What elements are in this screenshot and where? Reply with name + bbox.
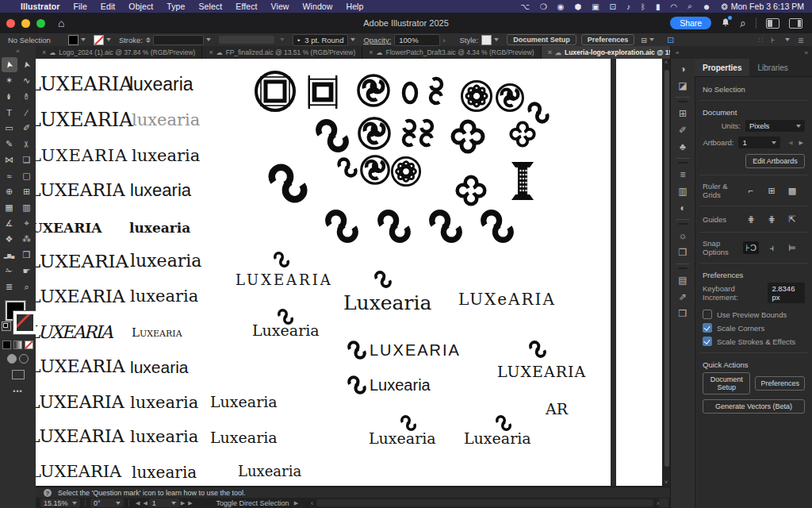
artboards-panel-icon[interactable]: ❒ — [674, 305, 691, 321]
menu-item-window[interactable]: Window — [303, 2, 333, 11]
gradient-mode-icon[interactable] — [13, 341, 22, 349]
logo-mark-sqknot[interactable] — [305, 73, 340, 111]
logo-text[interactable]: luxearia — [130, 252, 201, 270]
fill-stroke-indicator[interactable] — [0, 301, 36, 336]
none-mode-icon[interactable] — [25, 341, 33, 349]
logo-text[interactable]: LUXEARIA — [36, 182, 125, 199]
show-rulers-icon[interactable]: ⌐ — [743, 184, 759, 197]
transparency-grid-icon[interactable]: ▩ — [784, 184, 800, 197]
tab-close-icon[interactable]: × — [548, 48, 552, 56]
draw-behind-icon[interactable] — [19, 354, 29, 364]
hint-question-icon[interactable]: ? — [44, 489, 52, 497]
style-control[interactable] — [481, 35, 499, 45]
opacity-label[interactable]: Opacity: — [363, 36, 391, 44]
color-guide-panel-icon[interactable]: ◪ — [674, 77, 691, 94]
logo-text[interactable]: LUXEARIA — [370, 342, 461, 358]
opacity-control[interactable]: 100% › — [394, 34, 445, 46]
artboard-1[interactable]: LUXEARIALUXEARIALUXEARIALUXEARIALUXEARIA… — [36, 59, 611, 486]
reflect-tool[interactable]: ⋈ — [2, 152, 17, 167]
stroke-panel-icon[interactable]: ≡ — [674, 166, 691, 183]
layers-panel-icon[interactable]: ▤ — [674, 271, 691, 288]
hand-tool[interactable]: ☛ — [19, 264, 35, 279]
transparency-panel-icon[interactable]: ◐ — [674, 199, 691, 216]
siri-icon[interactable]: ❂ — [721, 2, 727, 11]
logo-text[interactable]: luxearia — [132, 148, 200, 164]
logo-text[interactable]: Luxearia — [252, 323, 320, 338]
logo-text[interactable]: LUXEARIA — [36, 75, 133, 94]
status-toggle-label[interactable]: Toggle Direct Selection — [216, 499, 289, 507]
panel-group-handle[interactable] — [678, 162, 688, 164]
dropbox-icon[interactable]: ▣ — [592, 2, 599, 11]
logo-text[interactable]: Luxearia — [210, 430, 278, 445]
workspace-switcher-icon[interactable] — [789, 18, 802, 29]
share-button[interactable]: Share — [670, 17, 711, 29]
menu-clock[interactable]: Mon Feb 3 6:13 PM — [731, 2, 804, 11]
color-mode-icon[interactable] — [2, 341, 11, 349]
selection-tool[interactable]: ➤ — [2, 57, 17, 72]
logo-text[interactable]: LUXEARIA — [36, 148, 128, 164]
menu-item-effect[interactable]: Effect — [236, 2, 257, 11]
logo-mark-triq[interactable] — [354, 116, 394, 151]
arrange-documents-icon[interactable] — [766, 18, 779, 29]
logo-text[interactable]: LUXEARIA — [36, 428, 124, 445]
logo-mark-knot[interactable] — [314, 119, 350, 152]
tab-libraries[interactable]: Libraries — [749, 59, 795, 76]
bluetooth-icon[interactable]: ᛒ — [641, 2, 645, 11]
logo-mark-knot[interactable] — [528, 341, 547, 358]
logo-mark-pillar[interactable] — [509, 160, 536, 202]
edit-artboards-button[interactable]: Edit Artboards — [745, 154, 805, 168]
logo-mark-knot[interactable] — [347, 375, 367, 394]
previous-artboard-icon[interactable]: ◀ — [143, 500, 147, 506]
zoom-level-control[interactable]: 15.15% — [40, 498, 80, 507]
tab-close-icon[interactable]: × — [369, 48, 373, 56]
checkbox-scale-corners[interactable] — [703, 323, 712, 333]
swatches-panel-icon[interactable]: ⊞ — [674, 105, 691, 121]
gradient-tool[interactable]: ▥ — [19, 200, 35, 215]
keyboard-increment-field[interactable]: 2.8346 px — [768, 283, 805, 303]
panel-group-handle[interactable] — [678, 223, 688, 225]
magic-wand-tool[interactable]: ✶ — [2, 73, 17, 88]
qa-generate-vectors-button[interactable]: Generate Vectors (Beta) — [703, 399, 805, 414]
column-graph-tool[interactable]: ▂▆▄ — [2, 248, 17, 263]
logo-mark-sslink[interactable] — [428, 76, 444, 106]
logo-mark-triq[interactable] — [495, 83, 525, 113]
mesh-tool[interactable]: ▦ — [2, 200, 17, 215]
stroke-proxy-icon[interactable] — [13, 311, 36, 334]
logo-mark-knot[interactable] — [277, 309, 294, 325]
creative-cloud-icon[interactable]: ◉ — [557, 2, 565, 11]
graphic-styles-panel-icon[interactable]: ❐ — [674, 244, 691, 260]
search-icon[interactable]: ⌕ — [740, 17, 746, 30]
tab-close-icon[interactable]: × — [209, 48, 213, 56]
wifi-icon[interactable]: ◠ — [671, 2, 678, 11]
logo-text[interactable]: Luxearia — [132, 327, 182, 339]
zoom-tool[interactable]: ⌕ — [19, 279, 35, 294]
snap-options-icon[interactable]: ⊦ — [771, 36, 775, 44]
document-tab[interactable]: ×☁Luxeria-logo-exploration.aic @ 15.15 %… — [542, 46, 670, 59]
units-dropdown[interactable]: Pixels — [745, 120, 805, 132]
basic-shapes-control[interactable]: ⊟ — [641, 36, 654, 44]
logo-text[interactable]: luxearia — [132, 464, 197, 480]
logo-mark-knot[interactable] — [266, 164, 309, 203]
logo-mark-triq[interactable] — [356, 73, 391, 108]
blend-tool[interactable]: ❖ — [2, 232, 17, 247]
display-icon[interactable]: ⊡ — [610, 2, 616, 11]
logo-text[interactable]: LUXEARIA — [497, 364, 586, 379]
direct-selection-tool[interactable]: ➤ — [19, 57, 35, 72]
menu-item-view[interactable]: View — [271, 2, 289, 11]
logo-mark-quatre[interactable] — [455, 175, 487, 206]
show-grid-icon[interactable]: ⊞ — [764, 184, 779, 197]
logo-mark-quatre[interactable] — [509, 121, 536, 148]
logo-text[interactable]: LUXEARIA — [36, 221, 102, 235]
menu-item-select[interactable]: Select — [198, 2, 222, 11]
perspective-grid-tool[interactable]: ⊞ — [19, 184, 35, 199]
logo-mark-knot[interactable] — [400, 415, 417, 431]
logo-text[interactable]: Luxearia — [210, 394, 278, 410]
snap-to-point-icon[interactable]: ⫞ — [764, 241, 779, 254]
logo-mark-ringsquare[interactable] — [254, 70, 297, 113]
logo-text[interactable]: luxearia — [130, 429, 198, 445]
logo-text[interactable]: Luxearia — [464, 431, 531, 446]
brushes-panel-icon[interactable]: ✐ — [674, 121, 691, 138]
logo-text[interactable]: LUXEARIA — [36, 324, 112, 341]
scissors-tool[interactable]: ✂ — [19, 137, 35, 152]
menu-item-file[interactable]: File — [74, 2, 87, 11]
